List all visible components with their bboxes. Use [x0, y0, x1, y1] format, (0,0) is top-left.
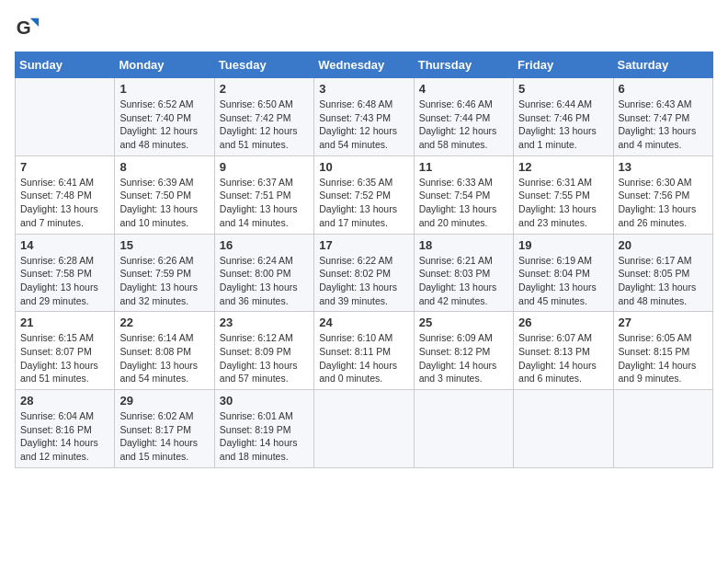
- calendar-cell: 19Sunrise: 6:19 AMSunset: 8:04 PMDayligh…: [514, 234, 613, 312]
- day-number: 23: [220, 316, 309, 329]
- weekday-header-friday: Friday: [514, 52, 613, 78]
- logo: G: [15, 15, 42, 40]
- day-number: 26: [518, 316, 608, 329]
- calendar-cell: [314, 390, 414, 468]
- calendar-week-row: 28Sunrise: 6:04 AMSunset: 8:16 PMDayligh…: [16, 390, 713, 468]
- calendar-cell: [613, 390, 712, 468]
- calendar-cell: 8Sunrise: 6:39 AMSunset: 7:50 PMDaylight…: [115, 155, 214, 234]
- day-info: Sunrise: 6:01 AMSunset: 8:19 PMDaylight:…: [220, 409, 309, 464]
- calendar-cell: 10Sunrise: 6:35 AMSunset: 7:52 PMDayligh…: [314, 155, 414, 234]
- weekday-header-sunday: Sunday: [16, 52, 115, 78]
- day-info: Sunrise: 6:21 AMSunset: 8:03 PMDaylight:…: [419, 254, 508, 308]
- day-number: 13: [619, 160, 708, 174]
- calendar-cell: [414, 390, 513, 468]
- day-info: Sunrise: 6:14 AMSunset: 8:08 PMDaylight:…: [119, 331, 209, 385]
- day-info: Sunrise: 6:28 AMSunset: 7:58 PMDaylight:…: [20, 254, 109, 308]
- calendar-cell: 29Sunrise: 6:02 AMSunset: 8:17 PMDayligh…: [115, 390, 214, 468]
- day-number: 28: [20, 394, 109, 408]
- calendar-cell: [16, 78, 115, 156]
- day-number: 8: [119, 160, 209, 174]
- calendar-cell: 2Sunrise: 6:50 AMSunset: 7:42 PMDaylight…: [214, 78, 313, 156]
- calendar-week-row: 7Sunrise: 6:41 AMSunset: 7:48 PMDaylight…: [16, 155, 713, 234]
- day-info: Sunrise: 6:30 AMSunset: 7:56 PMDaylight:…: [619, 176, 708, 230]
- calendar-cell: 28Sunrise: 6:04 AMSunset: 8:16 PMDayligh…: [16, 390, 115, 468]
- day-info: Sunrise: 6:44 AMSunset: 7:46 PMDaylight:…: [518, 98, 608, 152]
- day-info: Sunrise: 6:02 AMSunset: 8:17 PMDaylight:…: [119, 409, 209, 464]
- calendar-table: SundayMondayTuesdayWednesdayThursdayFrid…: [15, 52, 713, 468]
- day-number: 14: [20, 238, 109, 252]
- calendar-cell: 14Sunrise: 6:28 AMSunset: 7:58 PMDayligh…: [16, 234, 115, 312]
- calendar-cell: 24Sunrise: 6:10 AMSunset: 8:11 PMDayligh…: [314, 312, 414, 390]
- day-info: Sunrise: 6:09 AMSunset: 8:12 PMDaylight:…: [419, 331, 508, 385]
- weekday-header-wednesday: Wednesday: [314, 52, 414, 78]
- weekday-header-saturday: Saturday: [613, 52, 712, 78]
- day-info: Sunrise: 6:10 AMSunset: 8:11 PMDaylight:…: [319, 331, 408, 385]
- day-info: Sunrise: 6:37 AMSunset: 7:51 PMDaylight:…: [220, 176, 309, 230]
- day-number: 10: [319, 160, 408, 174]
- page-header: G: [15, 15, 713, 40]
- day-number: 29: [119, 394, 209, 408]
- day-number: 25: [419, 316, 508, 329]
- day-number: 1: [119, 82, 209, 96]
- day-info: Sunrise: 6:33 AMSunset: 7:54 PMDaylight:…: [419, 176, 508, 230]
- calendar-cell: 16Sunrise: 6:24 AMSunset: 8:00 PMDayligh…: [214, 234, 313, 312]
- day-info: Sunrise: 6:52 AMSunset: 7:40 PMDaylight:…: [119, 98, 209, 152]
- calendar-cell: 30Sunrise: 6:01 AMSunset: 8:19 PMDayligh…: [214, 390, 313, 468]
- day-info: Sunrise: 6:46 AMSunset: 7:44 PMDaylight:…: [419, 98, 508, 152]
- calendar-cell: 25Sunrise: 6:09 AMSunset: 8:12 PMDayligh…: [414, 312, 513, 390]
- day-number: 16: [220, 238, 309, 252]
- calendar-cell: 11Sunrise: 6:33 AMSunset: 7:54 PMDayligh…: [414, 155, 513, 234]
- calendar-week-row: 21Sunrise: 6:15 AMSunset: 8:07 PMDayligh…: [16, 312, 713, 390]
- calendar-cell: 4Sunrise: 6:46 AMSunset: 7:44 PMDaylight…: [414, 78, 513, 156]
- svg-marker-1: [30, 18, 39, 27]
- day-number: 11: [419, 160, 508, 174]
- calendar-week-row: 1Sunrise: 6:52 AMSunset: 7:40 PMDaylight…: [16, 78, 713, 156]
- calendar-cell: 26Sunrise: 6:07 AMSunset: 8:13 PMDayligh…: [514, 312, 613, 390]
- day-number: 27: [619, 316, 708, 329]
- day-number: 2: [220, 82, 309, 96]
- calendar-cell: 6Sunrise: 6:43 AMSunset: 7:47 PMDaylight…: [613, 78, 712, 156]
- day-number: 7: [20, 160, 109, 174]
- day-info: Sunrise: 6:50 AMSunset: 7:42 PMDaylight:…: [220, 98, 309, 152]
- day-number: 12: [518, 160, 608, 174]
- day-number: 17: [319, 238, 408, 252]
- calendar-cell: 7Sunrise: 6:41 AMSunset: 7:48 PMDaylight…: [16, 155, 115, 234]
- calendar-cell: 27Sunrise: 6:05 AMSunset: 8:15 PMDayligh…: [613, 312, 712, 390]
- day-info: Sunrise: 6:12 AMSunset: 8:09 PMDaylight:…: [220, 331, 309, 385]
- day-number: 19: [518, 238, 608, 252]
- day-number: 22: [119, 316, 209, 329]
- weekday-header-tuesday: Tuesday: [214, 52, 313, 78]
- day-info: Sunrise: 6:48 AMSunset: 7:43 PMDaylight:…: [319, 98, 408, 152]
- day-info: Sunrise: 6:24 AMSunset: 8:00 PMDaylight:…: [220, 254, 309, 308]
- calendar-cell: 13Sunrise: 6:30 AMSunset: 7:56 PMDayligh…: [613, 155, 712, 234]
- weekday-header-row: SundayMondayTuesdayWednesdayThursdayFrid…: [16, 52, 713, 78]
- day-number: 15: [119, 238, 209, 252]
- day-info: Sunrise: 6:41 AMSunset: 7:48 PMDaylight:…: [20, 176, 109, 230]
- day-info: Sunrise: 6:26 AMSunset: 7:59 PMDaylight:…: [119, 254, 209, 308]
- day-info: Sunrise: 6:15 AMSunset: 8:07 PMDaylight:…: [20, 331, 109, 385]
- day-number: 18: [419, 238, 508, 252]
- day-info: Sunrise: 6:39 AMSunset: 7:50 PMDaylight:…: [119, 176, 209, 230]
- calendar-cell: 3Sunrise: 6:48 AMSunset: 7:43 PMDaylight…: [314, 78, 414, 156]
- calendar-week-row: 14Sunrise: 6:28 AMSunset: 7:58 PMDayligh…: [16, 234, 713, 312]
- day-number: 5: [518, 82, 608, 96]
- day-info: Sunrise: 6:22 AMSunset: 8:02 PMDaylight:…: [319, 254, 408, 308]
- day-number: 4: [419, 82, 508, 96]
- day-info: Sunrise: 6:31 AMSunset: 7:55 PMDaylight:…: [518, 176, 608, 230]
- day-info: Sunrise: 6:04 AMSunset: 8:16 PMDaylight:…: [20, 409, 109, 464]
- day-number: 6: [619, 82, 708, 96]
- calendar-cell: 15Sunrise: 6:26 AMSunset: 7:59 PMDayligh…: [115, 234, 214, 312]
- day-number: 30: [220, 394, 309, 408]
- weekday-header-thursday: Thursday: [414, 52, 513, 78]
- calendar-cell: 1Sunrise: 6:52 AMSunset: 7:40 PMDaylight…: [115, 78, 214, 156]
- calendar-cell: 22Sunrise: 6:14 AMSunset: 8:08 PMDayligh…: [115, 312, 214, 390]
- calendar-cell: 17Sunrise: 6:22 AMSunset: 8:02 PMDayligh…: [314, 234, 414, 312]
- calendar-cell: 5Sunrise: 6:44 AMSunset: 7:46 PMDaylight…: [514, 78, 613, 156]
- day-number: 20: [619, 238, 708, 252]
- weekday-header-monday: Monday: [115, 52, 214, 78]
- day-info: Sunrise: 6:19 AMSunset: 8:04 PMDaylight:…: [518, 254, 608, 308]
- day-number: 9: [220, 160, 309, 174]
- calendar-cell: 21Sunrise: 6:15 AMSunset: 8:07 PMDayligh…: [16, 312, 115, 390]
- calendar-cell: [514, 390, 613, 468]
- logo-icon: G: [15, 15, 40, 40]
